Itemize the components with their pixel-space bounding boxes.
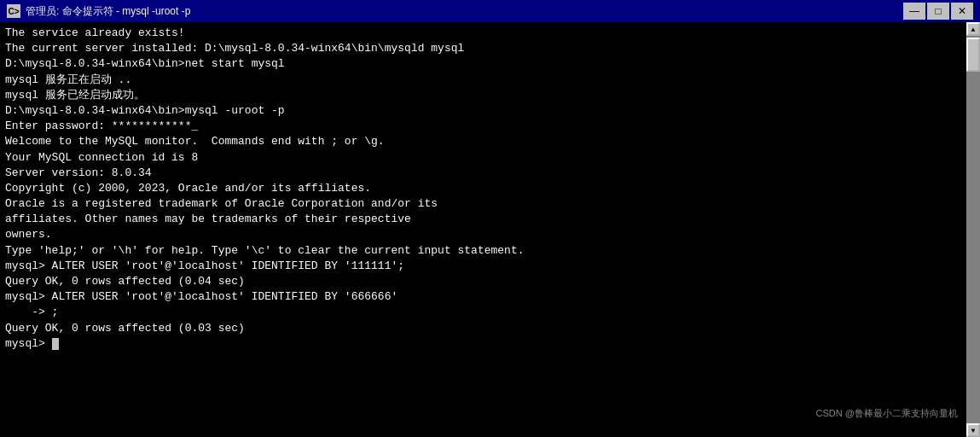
terminal-line: D:\mysql-8.0.34-winx64\bin>net start mys… (5, 56, 961, 72)
terminal-line: Welcome to the MySQL monitor. Commands e… (5, 134, 961, 149)
terminal-line: Query OK, 0 rows affected (0.03 sec) (5, 321, 961, 336)
terminal-line: The current server installed: D:\mysql-8… (5, 41, 961, 56)
terminal-line: mysql> (5, 336, 961, 352)
title-bar-left: C> 管理员: 命令提示符 - mysql -uroot -p (7, 4, 190, 19)
terminal-line: Query OK, 0 rows affected (0.04 sec) (5, 274, 961, 289)
terminal-cursor (52, 338, 59, 350)
terminal-line: The service already exists! (5, 26, 961, 41)
terminal-body: The service already exists!The current s… (0, 22, 980, 437)
terminal-line: Oracle is a registered trademark of Orac… (5, 196, 961, 212)
terminal-window: C> 管理员: 命令提示符 - mysql -uroot -p — □ ✕ Th… (0, 0, 980, 437)
scrollbar[interactable]: ▲ ▼ (966, 22, 980, 437)
terminal-line: D:\mysql-8.0.34-winx64\bin>mysql -uroot … (5, 103, 961, 119)
maximize-button[interactable]: □ (927, 3, 949, 20)
watermark: CSDN @鲁棒最小二乘支持向量机 (816, 407, 958, 420)
terminal-line: mysql> ALTER USER 'root'@'localhost' IDE… (5, 259, 961, 274)
terminal-line: -> ; (5, 305, 961, 320)
title-bar: C> 管理员: 命令提示符 - mysql -uroot -p — □ ✕ (0, 0, 980, 22)
terminal-content[interactable]: The service already exists!The current s… (0, 22, 966, 437)
scroll-down-button[interactable]: ▼ (966, 423, 980, 437)
terminal-line: affiliates. Other names may be trademark… (5, 212, 961, 227)
title-bar-controls: — □ ✕ (903, 3, 973, 20)
terminal-line: mysql 服务已经启动成功。 (5, 88, 961, 103)
terminal-line: Server version: 8.0.34 (5, 166, 961, 181)
terminal-line: Enter password: ************_ (5, 119, 961, 134)
terminal-line: Type 'help;' or '\h' for help. Type '\c'… (5, 243, 961, 259)
scrollbar-thumb[interactable] (966, 38, 980, 72)
terminal-line: mysql 服务正在启动 .. (5, 73, 961, 88)
close-button[interactable]: ✕ (951, 3, 973, 20)
terminal-line: mysql> ALTER USER 'root'@'localhost' IDE… (5, 289, 961, 305)
window-icon: C> (7, 4, 20, 18)
window-title: 管理员: 命令提示符 - mysql -uroot -p (26, 4, 190, 19)
terminal-line: Your MySQL connection id is 8 (5, 150, 961, 166)
terminal-line: Copyright (c) 2000, 2023, Oracle and/or … (5, 181, 961, 196)
minimize-button[interactable]: — (903, 3, 925, 20)
terminal-lines: The service already exists!The current s… (5, 26, 961, 352)
scroll-up-button[interactable]: ▲ (966, 22, 980, 36)
terminal-line: owners. (5, 227, 961, 242)
scrollbar-track (966, 36, 980, 423)
